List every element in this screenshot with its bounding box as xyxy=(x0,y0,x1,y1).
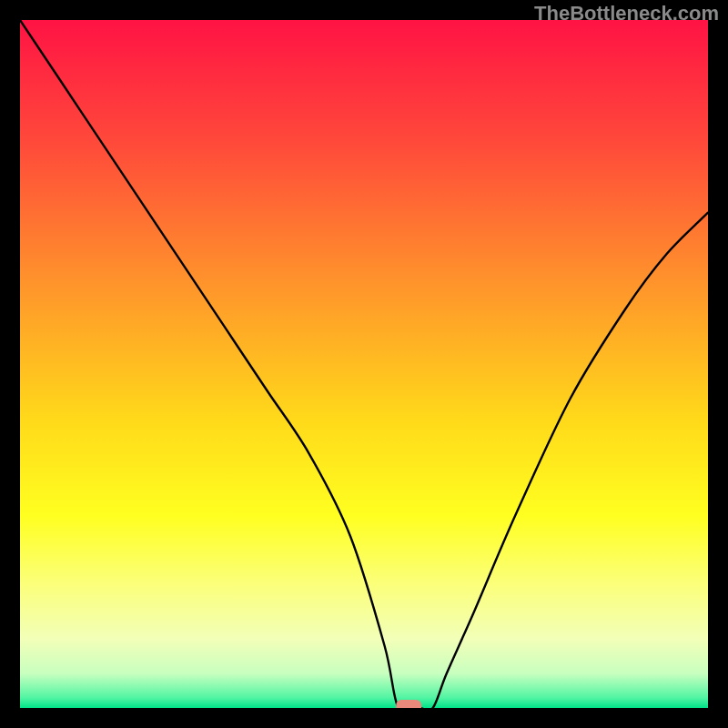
gradient-background xyxy=(20,20,708,708)
chart-container: TheBottleneck.com xyxy=(0,0,728,728)
chart-svg xyxy=(20,20,708,708)
watermark-text: TheBottleneck.com xyxy=(534,2,719,25)
plot-area xyxy=(20,20,708,708)
optimal-marker xyxy=(396,700,421,708)
